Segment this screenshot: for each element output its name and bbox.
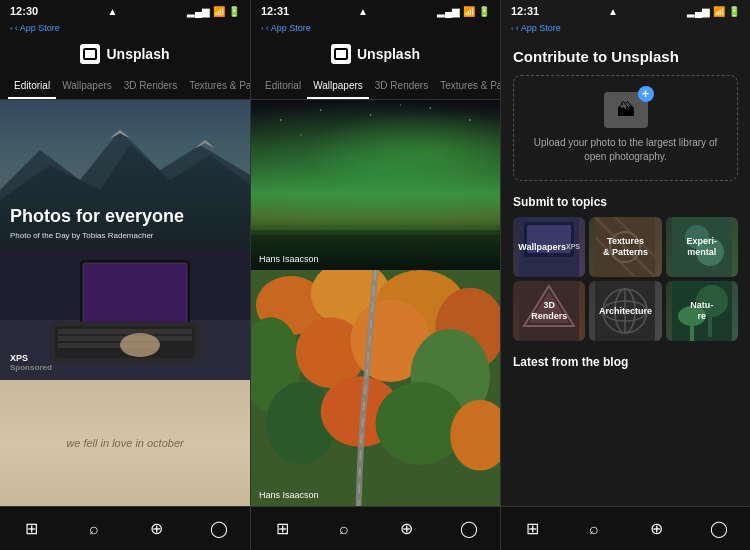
topic-textures-label: Textures& Patterns xyxy=(589,217,661,277)
hero-title: Photos for everyone xyxy=(10,206,240,228)
svg-point-19 xyxy=(370,114,372,116)
svg-point-37 xyxy=(376,382,466,465)
xps-label: XPS Sponsored xyxy=(10,353,52,372)
screen-editorial: 12:30 ▲ ▂▄▆ 📶 🔋 ‹ ‹ App Store Unsplash E… xyxy=(0,0,250,550)
nav-add-2[interactable]: ⊕ xyxy=(376,507,438,550)
tabs-1: Editorial Wallpapers 3D Renders Textures… xyxy=(0,72,250,100)
appstore-bar-1[interactable]: ‹ ‹ App Store xyxy=(0,20,250,36)
nav-search-2[interactable]: ⌕ xyxy=(313,507,375,550)
svg-point-22 xyxy=(300,134,301,135)
topic-architecture[interactable]: Architecture xyxy=(589,281,661,341)
hero-image: Photos for everyone Photo of the Day by … xyxy=(0,100,250,250)
upload-plus-icon: + xyxy=(638,86,654,102)
bottom-nav-1: ⊞ ⌕ ⊕ ◯ xyxy=(0,506,250,550)
svg-point-23 xyxy=(400,104,401,105)
tab-3d-1[interactable]: 3D Renders xyxy=(118,72,183,99)
aurora-credit: Hans Isaacson xyxy=(259,254,319,264)
bottom-nav-3: ⊞ ⌕ ⊕ ◯ xyxy=(501,506,750,550)
upload-box[interactable]: + Upload your photo to the largest libra… xyxy=(513,75,738,181)
appstore-label-1[interactable]: ‹ App Store xyxy=(15,23,60,33)
battery-icon-3: 🔋 xyxy=(728,6,740,17)
location-arrow-3: ▲ xyxy=(608,6,618,17)
hero-credit: Photo of the Day by Tobias Rademacher xyxy=(10,231,240,240)
screen-contribute: 12:31 ▲ ▂▄▆ 📶 🔋 ‹ ‹ App Store Contribute… xyxy=(500,0,750,550)
wifi-icon-3: ▂▄▆ xyxy=(687,6,710,17)
tab-editorial-1[interactable]: Editorial xyxy=(8,72,56,99)
svg-point-17 xyxy=(280,119,282,121)
status-bar-1: 12:30 ▲ ▂▄▆ 📶 🔋 xyxy=(0,0,250,20)
screen-wallpapers: 12:31 ▲ ▂▄▆ 📶 🔋 ‹ ‹ App Store Unsplash E… xyxy=(250,0,500,550)
back-chevron-2: ‹ xyxy=(261,24,264,33)
topic-architecture-label: Architecture xyxy=(589,281,661,341)
blog-title: Latest from the blog xyxy=(513,355,738,369)
topic-renders-label: 3DRenders xyxy=(513,281,585,341)
status-bar-3: 12:31 ▲ ▂▄▆ 📶 🔋 xyxy=(501,0,750,20)
tab-textures-2[interactable]: Textures & Pa xyxy=(434,72,500,99)
handwriting-text: we fell in love in october xyxy=(66,437,183,449)
contribute-title: Contribute to Unsplash xyxy=(513,48,738,65)
nav-add-1[interactable]: ⊕ xyxy=(125,507,188,550)
tabs-2: Editorial Wallpapers 3D Renders Textures… xyxy=(251,72,500,100)
svg-point-20 xyxy=(429,107,431,109)
nav-add-3[interactable]: ⊕ xyxy=(626,507,688,550)
forest-credit: Hans Isaacson xyxy=(259,490,319,500)
contribute-content: Contribute to Unsplash + Upload your pho… xyxy=(501,36,750,506)
appstore-bar-3[interactable]: ‹ ‹ App Store xyxy=(501,20,750,36)
signal-icon-3: 📶 xyxy=(713,6,725,17)
svg-rect-25 xyxy=(251,225,500,235)
tab-wallpapers-2[interactable]: Wallpapers xyxy=(307,72,369,99)
logo-icon-2 xyxy=(331,44,351,64)
time-1: 12:30 xyxy=(10,5,38,17)
appstore-label-3[interactable]: ‹ App Store xyxy=(516,23,561,33)
nav-home-1[interactable]: ⊞ xyxy=(0,507,63,550)
svg-rect-13 xyxy=(58,329,192,334)
location-arrow-2: ▲ xyxy=(358,6,368,17)
topic-textures[interactable]: Textures& Patterns xyxy=(589,217,661,277)
battery-icon-2: 🔋 xyxy=(478,6,490,17)
app-header-2: Unsplash xyxy=(251,36,500,72)
app-header-1: Unsplash xyxy=(0,36,250,72)
wifi-icon: ▂▄▆ xyxy=(187,6,210,17)
appstore-bar-2[interactable]: ‹ ‹ App Store xyxy=(251,20,500,36)
nav-home-2[interactable]: ⊞ xyxy=(251,507,313,550)
topic-nature[interactable]: Natu-re xyxy=(666,281,738,341)
svg-rect-24 xyxy=(251,230,500,270)
topic-experimental-label: Experi-mental xyxy=(666,217,738,277)
upload-icon-wrap: + xyxy=(604,92,648,128)
back-chevron-3: ‹ xyxy=(511,24,514,33)
nav-user-1[interactable]: ◯ xyxy=(188,507,251,550)
hero-overlay: Photos for everyone Photo of the Day by … xyxy=(0,100,250,250)
svg-rect-9 xyxy=(83,263,187,323)
tab-textures-1[interactable]: Textures & Pa xyxy=(183,72,250,99)
app-name-2: Unsplash xyxy=(357,46,420,62)
battery-icon: 🔋 xyxy=(228,6,240,17)
app-name-1: Unsplash xyxy=(106,46,169,62)
status-bar-2: 12:31 ▲ ▂▄▆ 📶 🔋 xyxy=(251,0,500,20)
nav-user-3[interactable]: ◯ xyxy=(688,507,750,550)
location-arrow-1: ▲ xyxy=(108,6,118,17)
topic-wallpapers[interactable]: WallpapersXPS xyxy=(513,217,585,277)
nav-search-1[interactable]: ⌕ xyxy=(63,507,126,550)
status-icons-1: ▂▄▆ 📶 🔋 xyxy=(187,6,240,17)
tab-3d-2[interactable]: 3D Renders xyxy=(369,72,434,99)
signal-icon: 📶 xyxy=(213,6,225,17)
topic-wallpapers-label: WallpapersXPS xyxy=(513,217,585,277)
logo-1: Unsplash xyxy=(80,44,169,64)
upload-text: Upload your photo to the largest library… xyxy=(530,136,721,164)
signal-icon-2: 📶 xyxy=(463,6,475,17)
appstore-label-2[interactable]: ‹ App Store xyxy=(266,23,311,33)
nav-user-2[interactable]: ◯ xyxy=(438,507,500,550)
status-icons-2: ▂▄▆ 📶 🔋 xyxy=(437,6,490,17)
back-chevron-1: ‹ xyxy=(10,24,13,33)
logo-icon-1 xyxy=(80,44,100,64)
svg-point-18 xyxy=(320,109,322,111)
forest-image: Hans Isaacson xyxy=(251,270,500,506)
laptop-image: XPS Sponsored xyxy=(0,250,250,380)
topic-renders[interactable]: 3DRenders xyxy=(513,281,585,341)
nav-search-3[interactable]: ⌕ xyxy=(563,507,625,550)
nav-home-3[interactable]: ⊞ xyxy=(501,507,563,550)
tab-editorial-2[interactable]: Editorial xyxy=(259,72,307,99)
sponsored-label: Sponsored xyxy=(10,363,52,372)
topic-experimental[interactable]: Experi-mental xyxy=(666,217,738,277)
tab-wallpapers-1[interactable]: Wallpapers xyxy=(56,72,118,99)
